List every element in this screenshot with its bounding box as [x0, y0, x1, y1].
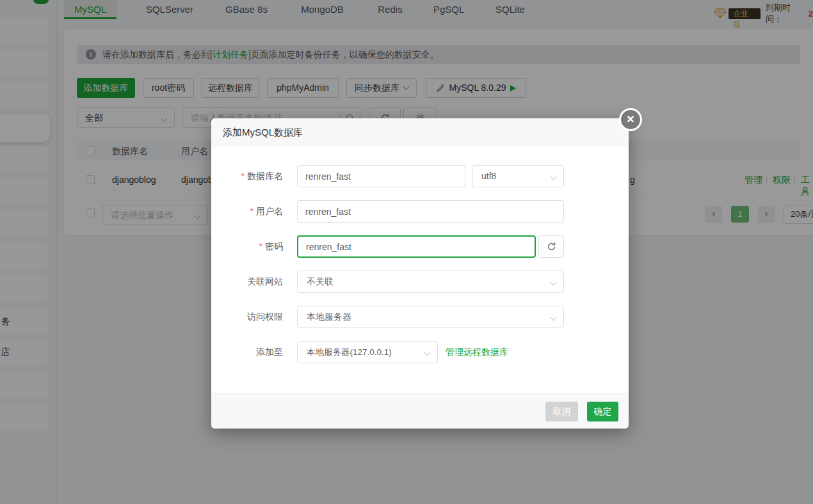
modal-footer: 取消 确定 [211, 393, 629, 429]
username-input[interactable] [297, 200, 564, 223]
password-label-text: 密码 [265, 241, 283, 251]
charset-select[interactable]: utf8 [472, 165, 564, 187]
add-to-select[interactable]: 本地服务器(127.0.0.1) [297, 341, 438, 363]
required-mark: * [250, 206, 254, 216]
modal-header: 添加MySQL数据库 [211, 118, 629, 146]
add-mysql-database-modal: 添加MySQL数据库 × *数据库名 utf8 *用户名 *密码 关联网站 不关… [211, 118, 629, 429]
chevron-down-icon [424, 350, 431, 356]
access-permission-value: 本地服务器 [307, 306, 351, 327]
required-mark: * [259, 241, 262, 251]
username-label-text: 用户名 [256, 206, 283, 216]
close-icon[interactable]: × [619, 108, 642, 131]
regenerate-password-button[interactable] [538, 235, 564, 258]
db-name-label: *数据库名 [211, 165, 283, 187]
required-mark: * [241, 171, 245, 181]
linked-site-value: 不关联 [307, 271, 334, 292]
chevron-down-icon [551, 280, 557, 286]
modal-title: 添加MySQL数据库 [223, 118, 303, 146]
add-to-label: 添加至 [211, 341, 283, 363]
db-name-label-text: 数据库名 [247, 171, 283, 181]
access-permission-label: 访问权限 [211, 306, 283, 328]
password-label: *密码 [211, 235, 283, 258]
linked-site-select[interactable]: 不关联 [297, 271, 564, 293]
chevron-down-icon [551, 174, 557, 180]
charset-value: utf8 [481, 166, 496, 187]
add-to-value: 本地服务器(127.0.0.1) [307, 342, 392, 363]
db-name-input[interactable] [297, 165, 465, 187]
password-input[interactable] [297, 235, 536, 258]
username-label: *用户名 [211, 200, 283, 223]
manage-remote-db-link[interactable]: 管理远程数据库 [446, 341, 508, 363]
chevron-down-icon [551, 315, 557, 321]
confirm-button[interactable]: 确定 [587, 402, 618, 421]
access-permission-select[interactable]: 本地服务器 [297, 306, 564, 328]
linked-site-label: 关联网站 [211, 271, 283, 293]
cancel-button[interactable]: 取消 [545, 402, 578, 421]
